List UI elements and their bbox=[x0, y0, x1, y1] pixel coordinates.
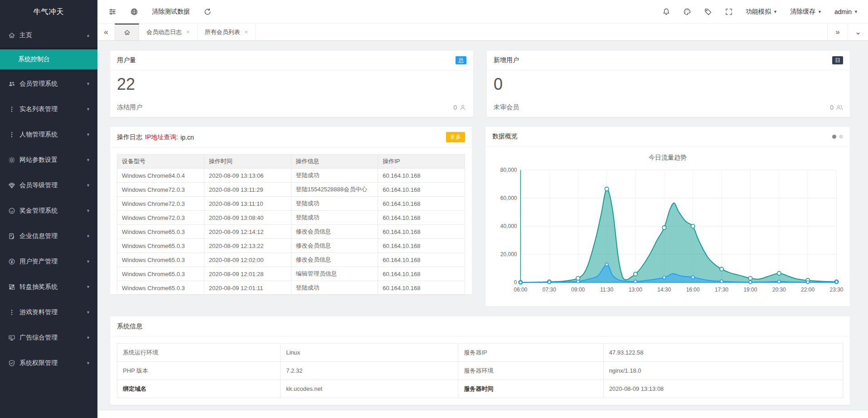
tabs-menu-chevron-icon[interactable]: ⌄ bbox=[848, 24, 868, 40]
globe-icon[interactable] bbox=[130, 8, 138, 16]
traffic-chart: 020,00040,00060,00080,00006:0007:3009:00… bbox=[489, 164, 844, 300]
sidebar-item-6[interactable]: 会员等级管理▼ bbox=[0, 173, 97, 198]
table-cell: 2020-08-09 12:01:11 bbox=[204, 281, 291, 295]
close-icon[interactable]: × bbox=[245, 29, 248, 35]
tabs-scroll-left-icon[interactable]: « bbox=[97, 24, 115, 40]
sidebar-submenu: 系统控制台 bbox=[0, 48, 97, 71]
sidebar-item-label: 网站参数设置 bbox=[19, 156, 86, 164]
sidebar-item-label: 实名列表管理 bbox=[19, 105, 86, 113]
table-body: 系统运行环境Linux服务器IP47.93.122.58PHP 版本7.2.32… bbox=[117, 344, 843, 398]
yen-icon bbox=[8, 258, 15, 265]
ip-query-link[interactable]: ip.cn bbox=[180, 134, 194, 141]
stat-footer-label: 冻结用户 bbox=[117, 103, 142, 112]
info-label: PHP 版本 bbox=[117, 362, 281, 380]
table-cell: 60.164.10.168 bbox=[378, 197, 465, 211]
info-label: 服务器时间 bbox=[458, 380, 603, 398]
sidebar-item-5[interactable]: 网站参数设置▼ bbox=[0, 147, 97, 173]
stat-footer: 未审会员 0 bbox=[487, 103, 850, 117]
table-cell: Windows Chrome84.0.4 bbox=[117, 169, 204, 183]
more-button[interactable]: 更多 bbox=[446, 132, 465, 142]
tabs-scroll-right-icon[interactable]: » bbox=[827, 24, 848, 40]
caret-down-icon: ▼ bbox=[86, 335, 90, 340]
tab-1[interactable]: 所有会员列表× bbox=[198, 24, 256, 40]
caret-down-icon: ▼ bbox=[86, 361, 90, 365]
info-label: 服务器IP bbox=[458, 344, 603, 362]
tab-0[interactable]: 会员动态日志× bbox=[139, 24, 198, 40]
svg-text:11:30: 11:30 bbox=[600, 287, 613, 293]
table-cell: 60.164.10.168 bbox=[378, 169, 465, 183]
tab-list: 会员动态日志×所有会员列表× bbox=[139, 24, 256, 40]
app-title: 牛气冲天 bbox=[0, 0, 97, 23]
user-outline-icon bbox=[459, 104, 466, 111]
menu-toggle-icon[interactable] bbox=[108, 8, 116, 16]
carousel-dot[interactable] bbox=[839, 135, 843, 139]
table-cell: 60.164.10.168 bbox=[378, 211, 465, 225]
sidebar-item-label: 广告综合管理 bbox=[19, 334, 86, 342]
refresh-icon[interactable] bbox=[204, 8, 212, 16]
table-row: Windows Chrome65.0.32020-08-09 12:02:00修… bbox=[117, 253, 465, 267]
caret-down-icon: ▼ bbox=[86, 310, 90, 315]
sidebar-item-label: 会员管理系统 bbox=[19, 80, 86, 88]
stat-footer-count: 0 bbox=[830, 104, 834, 111]
sidebar-item-11[interactable]: 游戏资料管理▼ bbox=[0, 300, 97, 325]
table-cell: 2020-08-09 13:11:29 bbox=[204, 183, 291, 197]
app-root: 牛气冲天 主页▲系统控制台会员管理系统▼实名列表管理▼人物管理系统▼网站参数设置… bbox=[0, 0, 868, 418]
table-cell: 2020-08-09 12:13:22 bbox=[204, 239, 291, 253]
carousel-dot-active[interactable] bbox=[832, 135, 836, 139]
diamond-icon bbox=[8, 182, 15, 189]
svg-text:16:00: 16:00 bbox=[686, 287, 700, 293]
table-row: Windows Chrome72.0.32020-08-09 13:11:10登… bbox=[117, 197, 465, 211]
sidebar-item-0[interactable]: 主页▲ bbox=[0, 23, 97, 48]
menu-clear-cache[interactable]: 清除缓存▼ bbox=[790, 8, 822, 16]
tabbar: « 会员动态日志×所有会员列表× » ⌄ bbox=[97, 24, 868, 41]
caret-down-icon: ▼ bbox=[818, 10, 822, 14]
caret-down-icon: ▼ bbox=[86, 234, 90, 238]
palette-icon[interactable] bbox=[683, 8, 691, 16]
table-row: Windows Chrome72.0.32020-08-09 13:08:40登… bbox=[117, 211, 465, 225]
svg-text:09:00: 09:00 bbox=[571, 287, 585, 293]
sidebar-item-7[interactable]: 奖金管理系统▼ bbox=[0, 198, 97, 224]
tag-icon[interactable] bbox=[704, 8, 712, 16]
table-cell: 修改会员信息 bbox=[291, 239, 378, 253]
users-outline-icon bbox=[836, 104, 843, 111]
tab-home[interactable] bbox=[115, 24, 139, 40]
sidebar-item-label: 转盘抽奖系统 bbox=[19, 283, 86, 291]
card-header: 操作日志 IP地址查询: ip.cn 更多 bbox=[110, 127, 472, 148]
svg-text:0: 0 bbox=[514, 279, 517, 286]
tab-label: 会员动态日志 bbox=[146, 28, 182, 36]
stat-value: 22 bbox=[110, 70, 473, 94]
table-cell: 修改会员信息 bbox=[291, 225, 378, 239]
sidebar-item-12[interactable]: 广告综合管理▼ bbox=[0, 325, 97, 350]
bell-icon[interactable] bbox=[662, 8, 670, 16]
close-icon[interactable]: × bbox=[186, 29, 190, 35]
sidebar-item-3[interactable]: 实名列表管理▼ bbox=[0, 97, 97, 122]
fullscreen-icon[interactable] bbox=[725, 8, 733, 16]
sidebar-item-label: 企业信息管理 bbox=[19, 232, 86, 240]
stat-footer-value: 0 bbox=[453, 104, 466, 111]
menu-admin[interactable]: admin▼ bbox=[834, 8, 858, 15]
menu-label: 功能模拟 bbox=[746, 8, 771, 16]
stat-footer-label: 未审会员 bbox=[494, 103, 519, 112]
tabbar-right: » ⌄ bbox=[827, 24, 868, 40]
footer-strip bbox=[97, 410, 868, 418]
svg-text:14:30: 14:30 bbox=[657, 287, 671, 293]
sidebar-item-9[interactable]: 用户资产管理▼ bbox=[0, 249, 97, 274]
caret-down-icon: ▼ bbox=[86, 158, 90, 162]
table-cell: 60.164.10.168 bbox=[378, 225, 465, 239]
sidebar-item-10[interactable]: 转盘抽奖系统▼ bbox=[0, 274, 97, 300]
menu-function-simulate[interactable]: 功能模拟▼ bbox=[746, 8, 777, 16]
table-row: Windows Chrome65.0.32020-08-09 12:13:22修… bbox=[117, 239, 465, 253]
clear-test-data-button[interactable]: 清除测试数据 bbox=[152, 8, 190, 16]
table-cell: 2020-08-09 13:11:10 bbox=[204, 197, 291, 211]
svg-text:07:30: 07:30 bbox=[543, 287, 556, 293]
table-cell: 2020-08-09 13:08:40 bbox=[204, 211, 291, 225]
sidebar-item-13[interactable]: 系统权限管理▼ bbox=[0, 350, 97, 376]
sidebar-item-8[interactable]: 企业信息管理▼ bbox=[0, 224, 97, 249]
info-label: 绑定域名 bbox=[117, 380, 281, 398]
dots-v-icon bbox=[8, 131, 15, 138]
svg-text:40,000: 40,000 bbox=[500, 223, 517, 229]
sidebar-subitem-1[interactable]: 系统控制台 bbox=[0, 49, 97, 69]
tabbar-spacer bbox=[256, 24, 827, 40]
sidebar-item-4[interactable]: 人物管理系统▼ bbox=[0, 122, 97, 147]
sidebar-item-2[interactable]: 会员管理系统▼ bbox=[0, 71, 97, 97]
